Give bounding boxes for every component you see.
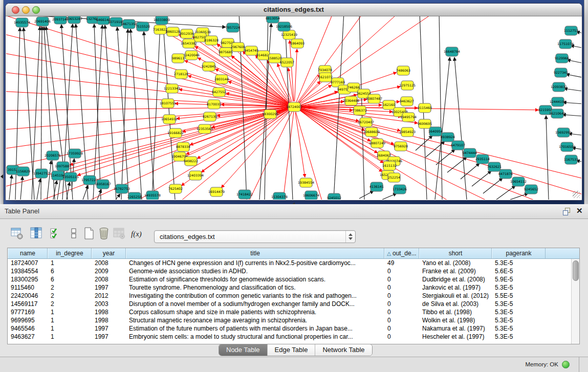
graph-node[interactable]: 8186328 bbox=[204, 36, 219, 45]
table-cell[interactable]: 1 bbox=[48, 316, 92, 324]
graph-node[interactable]: 11751074 bbox=[557, 39, 574, 49]
table-row[interactable]: 1456911722003Disruption of a novel membe… bbox=[8, 300, 572, 308]
citation-edge-black[interactable] bbox=[265, 16, 268, 200]
graph-node[interactable]: 2265258 bbox=[127, 192, 142, 200]
table-cell[interactable]: Disruption of a novel member of a sodium… bbox=[126, 300, 384, 308]
graph-node[interactable]: 6522057 bbox=[280, 58, 294, 67]
table-cell[interactable]: 2009 bbox=[92, 267, 126, 275]
table-panel-header[interactable]: Table Panel ✕ bbox=[0, 204, 588, 219]
graph-node[interactable]: 8170031 bbox=[207, 100, 221, 109]
graph-node[interactable]: 10654932 bbox=[161, 115, 178, 124]
table-cell[interactable]: 0 bbox=[384, 324, 419, 333]
graph-node[interactable]: 14935574 bbox=[14, 18, 30, 27]
dropdown-stepper-icon[interactable] bbox=[345, 231, 355, 243]
graph-node[interactable]: 8938924 bbox=[441, 133, 455, 142]
citation-edge-black[interactable] bbox=[483, 178, 503, 193]
table-cell[interactable]: Wolkin et al. (1998) bbox=[419, 316, 492, 324]
graph-node[interactable]: 1112753 bbox=[564, 26, 578, 35]
graph-node[interactable]: 1733426 bbox=[393, 185, 407, 194]
table-cell[interactable]: Investigating the contribution of common… bbox=[126, 292, 384, 300]
graph-node[interactable]: 16782753 bbox=[114, 184, 130, 193]
citation-edge-black[interactable] bbox=[94, 24, 101, 200]
network-canvas[interactable]: 1872400771638228860128891293422260538982… bbox=[6, 16, 581, 200]
graph-node[interactable]: 162160 bbox=[383, 100, 395, 110]
citation-edge-black[interactable] bbox=[116, 194, 120, 200]
graph-node[interactable]: 10653287 bbox=[66, 16, 82, 24]
table-cell[interactable]: 1 bbox=[48, 308, 92, 316]
citation-edge-black[interactable] bbox=[93, 25, 102, 200]
table-cell[interactable]: 0 bbox=[384, 308, 419, 316]
network-graph[interactable]: 1872400771638228860128891293422260538982… bbox=[6, 16, 581, 200]
graph-node[interactable]: 18606674 bbox=[303, 191, 319, 200]
table-body[interactable]: 1872400712008Changes of HCN gene express… bbox=[8, 259, 572, 344]
citation-edge-red[interactable] bbox=[295, 49, 297, 101]
table-cell[interactable]: 5.3E-5 bbox=[492, 308, 546, 316]
table-cell[interactable]: Hescheler et al. (1997) bbox=[419, 333, 492, 341]
table-row[interactable]: 2242004622012Investigating the contribut… bbox=[8, 292, 572, 300]
tab-node-table[interactable]: Node Table bbox=[219, 344, 267, 356]
graph-node[interactable]: 10807487 bbox=[366, 94, 382, 103]
table-row[interactable]: 946554611997Estimation of the future num… bbox=[8, 324, 572, 333]
citation-edge-black[interactable] bbox=[9, 175, 12, 200]
graph-node[interactable]: 8427552 bbox=[212, 87, 226, 97]
graph-node[interactable]: 19384554 bbox=[298, 178, 314, 187]
graph-node[interactable]: 19854923 bbox=[399, 127, 416, 137]
table-cell[interactable]: 6 bbox=[48, 275, 92, 283]
graph-node[interactable]: 2803144 bbox=[214, 75, 229, 84]
citation-edge-black[interactable] bbox=[37, 179, 40, 200]
table-cell[interactable]: Tourette syndrome. Phenomenology and cla… bbox=[126, 283, 384, 292]
graph-node[interactable]: 17418422 bbox=[236, 190, 253, 199]
graph-node[interactable]: 16543382 bbox=[181, 39, 197, 48]
graph-node[interactable]: 9875685 bbox=[219, 48, 233, 57]
citation-edge-black[interactable] bbox=[571, 46, 581, 49]
citation-edge-black[interactable] bbox=[152, 25, 160, 200]
graph-node[interactable]: 18807249 bbox=[369, 139, 385, 148]
table-cell[interactable]: 5.3E-5 bbox=[492, 324, 546, 333]
graph-node[interactable]: 22420046 bbox=[183, 51, 200, 60]
table-cell[interactable]: 2 bbox=[48, 300, 92, 308]
close-icon[interactable]: ✕ bbox=[576, 206, 583, 215]
citation-edge-black[interactable] bbox=[436, 149, 455, 165]
table-cell[interactable]: Genome-wide association studies in ADHD. bbox=[126, 267, 384, 275]
graph-node[interactable]: 12403394 bbox=[187, 171, 204, 180]
citation-edge-red[interactable] bbox=[247, 107, 294, 200]
graph-node[interactable]: 1864093 bbox=[290, 39, 304, 48]
graph-node[interactable]: 14935578 bbox=[144, 191, 161, 200]
citation-edge-black[interactable] bbox=[359, 191, 374, 199]
graph-node[interactable]: 9242845 bbox=[202, 62, 216, 71]
graph-node[interactable]: 14671358 bbox=[121, 19, 137, 29]
citation-edge-black[interactable] bbox=[76, 24, 88, 200]
citation-edge-black[interactable] bbox=[454, 57, 467, 200]
new-column-icon[interactable] bbox=[82, 227, 96, 241]
citation-edge-black[interactable] bbox=[472, 171, 491, 186]
graph-node[interactable]: 16210649 bbox=[549, 109, 565, 118]
citation-edge-black[interactable] bbox=[496, 186, 515, 200]
table-cell[interactable]: de Silva et al. (2003) bbox=[419, 300, 492, 308]
citation-edge-red[interactable] bbox=[6, 72, 294, 107]
table-cell[interactable]: 5.3E-5 bbox=[492, 316, 546, 324]
citation-edge-black[interactable] bbox=[566, 74, 581, 79]
table-cell[interactable]: 18724007 bbox=[8, 259, 48, 267]
table-cell[interactable]: 9115460 bbox=[8, 283, 48, 292]
graph-node[interactable]: 8267130 bbox=[203, 112, 217, 121]
table-cell[interactable]: 5.3E-5 bbox=[492, 300, 546, 308]
graph-node[interactable]: 9129966 bbox=[555, 54, 569, 63]
graph-node[interactable]: 9227341 bbox=[554, 68, 568, 77]
table-cell[interactable]: Structural magnetic resonance image aver… bbox=[126, 316, 384, 324]
table-cell[interactable]: 14569117 bbox=[8, 300, 48, 308]
resize-grip[interactable] bbox=[573, 191, 580, 198]
citation-edge-black[interactable] bbox=[105, 25, 116, 200]
table-cell[interactable]: 1 bbox=[48, 333, 92, 341]
column-header-name[interactable]: name bbox=[8, 248, 48, 258]
graph-node[interactable]: 17359928 bbox=[67, 149, 83, 158]
table-cell[interactable]: 49 bbox=[384, 259, 419, 267]
table-cell[interactable]: Stergiakouli et al. (2012) bbox=[419, 292, 492, 300]
graph-node[interactable]: 2718126 bbox=[174, 70, 188, 79]
citation-edge-red[interactable] bbox=[294, 107, 581, 180]
column-header-in_degree[interactable]: in_degree bbox=[48, 248, 92, 258]
table-cell[interactable]: Dudbridge et al. (2008) bbox=[419, 275, 492, 283]
graph-node[interactable]: 9699695 bbox=[418, 119, 432, 128]
graph-node[interactable]: 16033809 bbox=[154, 16, 170, 25]
graph-node[interactable]: 9245652 bbox=[524, 185, 538, 194]
citation-edge-red[interactable] bbox=[295, 113, 305, 177]
